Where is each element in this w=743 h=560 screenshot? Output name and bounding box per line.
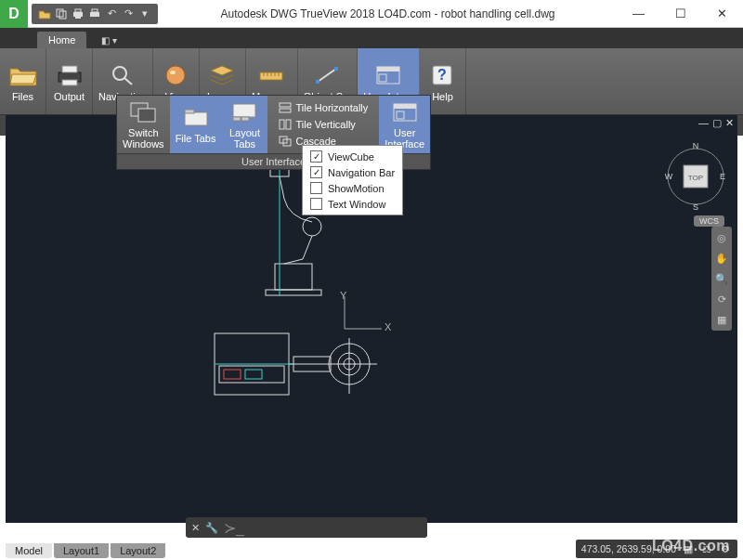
ui-icon [373,60,403,90]
switch-windows-button[interactable]: Switch Windows [117,96,170,153]
ui-checklist: ✓ ViewCube ✓ Navigation Bar ShowMotion T… [302,145,403,215]
navigation-bar: ◎ ✋ 🔍 ⟳ ▦ [711,227,732,331]
layers-icon [207,60,237,90]
tile-v-icon [279,118,292,131]
minimize-button[interactable]: — [618,0,659,28]
cascade-icon [279,135,292,148]
checkbox-icon: ✓ [310,150,322,163]
quick-access-toolbar: ↶ ↷ ▾ [32,4,158,24]
svg-rect-51 [219,366,284,383]
viewcube-top-label: TOP [688,174,703,182]
tile-h-icon [279,101,292,114]
check-text-window[interactable]: Text Window [308,197,397,211]
window-title: Autodesk DWG TrueView 2018 LO4D.com - ro… [158,7,618,20]
svg-rect-63 [185,112,207,125]
svg-text:?: ? [438,67,448,83]
svg-rect-76 [397,111,404,119]
checkbox-icon [310,182,322,194]
svg-rect-68 [280,103,291,107]
viewcube[interactable]: TOP N S E W [663,137,728,212]
svg-line-11 [124,78,132,85]
coords-readout: 473.05, 2639.59, 0.00 [581,543,676,554]
qat-print-icon[interactable] [71,7,85,21]
svg-point-13 [170,71,176,74]
switch-windows-icon [128,99,158,125]
nav-wheel-icon[interactable]: ◎ [714,230,729,245]
svg-point-43 [303,217,321,236]
tab-extra-icon[interactable]: ◧ ▾ [94,33,124,48]
layout-tabs-bar: Model Layout1 Layout2 [6,540,165,558]
printer-icon [55,60,85,90]
qat-redo-icon[interactable]: ↷ [121,7,136,21]
svg-rect-5 [90,12,99,17]
checkbox-icon: ✓ [310,166,322,178]
nav-zoom-icon[interactable]: 🔍 [714,271,729,286]
qat-open-icon[interactable] [37,7,52,21]
canvas-restore-icon[interactable]: ▢ [712,117,722,129]
qat-plot-icon[interactable] [87,7,102,21]
titlebar: D ↶ ↷ ▾ Autodesk DWG TrueView 2018 LO4D.… [0,0,743,28]
svg-point-54 [329,344,370,384]
close-button[interactable]: ✕ [701,0,743,28]
window-controls: — ☐ ✕ [618,0,743,28]
svg-rect-8 [62,66,77,72]
svg-rect-6 [92,9,98,12]
status-settings-icon[interactable]: ⚙ [719,542,732,555]
check-navigation-bar[interactable]: ✓ Navigation Bar [308,165,397,179]
maximize-button[interactable]: ☐ [659,0,701,28]
nav-showmotion-icon[interactable]: ▦ [714,312,729,327]
tab-home[interactable]: Home [37,32,86,48]
cmd-wrench-icon[interactable]: 🔧 [205,522,218,534]
svg-rect-50 [215,333,289,395]
qat-dropdown-icon[interactable]: ▾ [137,7,152,21]
svg-rect-25 [379,74,386,82]
app-logo[interactable]: D [0,0,28,28]
svg-rect-4 [75,17,81,19]
svg-point-10 [113,67,126,80]
cmd-prompt-icon: ≻_ [224,519,244,537]
svg-rect-9 [62,80,77,85]
svg-rect-71 [286,120,291,129]
tile-vertically-item[interactable]: Tile Vertically [275,116,372,133]
file-tabs-icon [181,105,211,131]
svg-point-55 [338,353,360,375]
canvas-close-icon[interactable]: ✕ [725,117,734,129]
tab-layout2[interactable]: Layout2 [111,543,165,558]
svg-rect-44 [275,264,312,290]
svg-rect-2 [73,12,83,17]
tab-model[interactable]: Model [6,543,52,558]
svg-rect-45 [266,290,321,295]
svg-rect-24 [377,67,399,72]
svg-rect-65 [233,104,255,117]
svg-rect-22 [334,67,338,71]
svg-rect-52 [224,370,241,379]
tab-layout1[interactable]: Layout1 [54,543,109,558]
check-showmotion[interactable]: ShowMotion [308,181,397,195]
tile-horizontally-item[interactable]: Tile Horizontally [275,99,372,116]
svg-point-56 [344,358,355,370]
qat-undo-icon[interactable]: ↶ [104,7,119,21]
help-icon: ? [427,60,457,90]
status-grid-icon[interactable]: ▦ [682,542,695,555]
file-tabs-button[interactable]: File Tabs [170,96,222,153]
svg-rect-70 [280,120,284,129]
svg-rect-66 [233,117,241,121]
status-scale-icon[interactable]: ⚖ [700,542,713,555]
nav-orbit-icon[interactable]: ⟳ [714,292,729,306]
check-viewcube[interactable]: ✓ ViewCube [308,150,397,163]
axis-x-label: X [385,321,391,332]
ribbon-files[interactable]: Files [0,48,46,114]
canvas-minimize-icon[interactable]: — [698,117,709,129]
svg-rect-64 [185,110,194,113]
snap-icon [312,60,342,90]
wcs-badge[interactable]: WCS [694,215,724,227]
svg-rect-3 [75,9,81,12]
qat-copy-icon[interactable] [54,7,69,21]
svg-rect-53 [245,370,262,379]
command-line[interactable]: ✕ 🔧 ≻_ [186,517,427,538]
layout-tabs-button[interactable]: Layout Tabs [221,96,267,153]
cmd-close-icon[interactable]: ✕ [191,522,200,534]
ribbon-output[interactable]: Output [46,48,93,114]
nav-pan-icon[interactable]: ✋ [714,251,729,266]
axis-y-label: Y [340,290,346,301]
